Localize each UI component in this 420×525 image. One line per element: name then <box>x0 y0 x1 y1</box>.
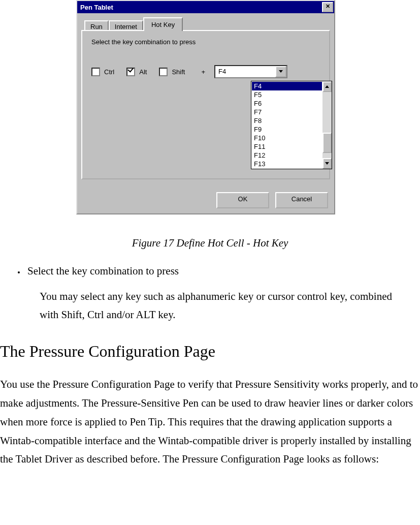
svg-marker-1 <box>325 85 329 88</box>
key-combobox-button[interactable] <box>275 66 286 77</box>
dialog-figure: Pen Tablet ✕ Run Internet Hot Key Select… <box>76 0 335 214</box>
svg-marker-0 <box>279 70 283 73</box>
dialog-button-row: OK Cancel <box>216 192 328 208</box>
dropdown-items: F4 F5 F6 F7 F8 F9 F10 F11 F12 F13 <box>251 81 322 169</box>
key-combobox-value: F4 <box>215 66 275 77</box>
bullet-description: You may select any key such as alphanume… <box>40 288 400 324</box>
list-item[interactable]: F7 <box>252 108 322 116</box>
list-item[interactable]: F6 <box>252 99 322 108</box>
list-item[interactable]: F5 <box>252 90 322 99</box>
chevron-up-icon <box>325 85 329 88</box>
alt-checkbox-wrap[interactable]: Alt <box>126 68 147 76</box>
instruction-label: Select the key combination to press <box>91 38 320 46</box>
close-icon: ✕ <box>326 3 330 9</box>
close-button[interactable]: ✕ <box>322 2 333 12</box>
cancel-button[interactable]: Cancel <box>275 192 328 208</box>
list-item[interactable]: F9 <box>252 125 322 134</box>
scroll-up-button[interactable] <box>322 81 332 92</box>
chevron-down-icon <box>279 70 283 73</box>
dropdown-scrollbar[interactable] <box>322 81 332 169</box>
list-item[interactable]: F8 <box>252 116 322 125</box>
bullet-item: Select the key combination to press <box>25 265 420 277</box>
pen-tablet-dialog: Pen Tablet ✕ Run Internet Hot Key Select… <box>76 0 335 214</box>
shift-checkbox[interactable] <box>159 68 168 76</box>
window-title: Pen Tablet <box>80 4 113 11</box>
scroll-track[interactable] <box>322 92 332 158</box>
ok-button[interactable]: OK <box>216 192 269 208</box>
figure-caption: Figure 17 Define Hot Cell - Hot Key <box>0 237 420 250</box>
key-dropdown-list[interactable]: F4 F5 F6 F7 F8 F9 F10 F11 F12 F13 <box>251 81 332 169</box>
plus-label: + <box>201 68 205 76</box>
svg-marker-2 <box>325 162 329 165</box>
alt-label: Alt <box>139 68 147 76</box>
shift-checkbox-wrap[interactable]: Shift <box>159 68 185 76</box>
tab-strip: Run Internet Hot Key <box>84 16 330 30</box>
section-paragraph: You use the Pressure Configuration Page … <box>0 375 418 469</box>
ctrl-checkbox[interactable] <box>91 68 100 76</box>
shift-label: Shift <box>172 68 185 76</box>
list-item[interactable]: F4 <box>252 82 322 90</box>
ctrl-checkbox-wrap[interactable]: Ctrl <box>91 68 114 76</box>
tab-hotkey[interactable]: Hot Key <box>143 17 183 31</box>
list-item[interactable]: F11 <box>252 142 322 151</box>
bullet-list: Select the key combination to press <box>25 265 420 277</box>
list-item[interactable]: F12 <box>252 151 322 160</box>
key-combobox[interactable]: F4 <box>214 65 287 78</box>
chevron-down-icon <box>325 162 329 165</box>
list-item[interactable]: F10 <box>252 134 322 142</box>
list-item[interactable]: F13 <box>252 160 322 168</box>
section-heading: The Pressure Configuration Page <box>0 342 420 361</box>
alt-checkbox[interactable] <box>126 68 135 76</box>
key-combination-row: Ctrl Alt Shift + <box>91 65 320 78</box>
ctrl-label: Ctrl <box>104 68 114 76</box>
scroll-down-button[interactable] <box>322 158 332 169</box>
titlebar: Pen Tablet ✕ <box>77 1 334 13</box>
tab-panel-hotkey: Select the key combination to press Ctrl… <box>81 30 330 179</box>
scroll-thumb[interactable] <box>322 133 332 153</box>
